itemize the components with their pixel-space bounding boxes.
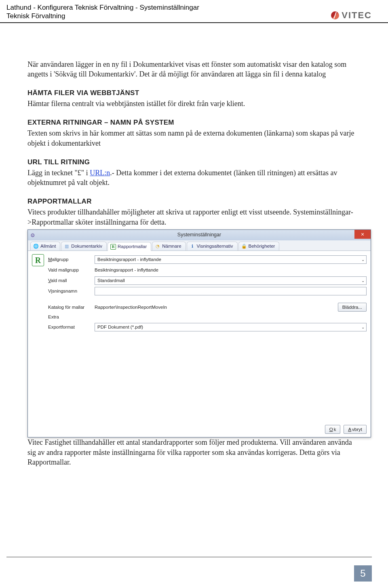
document-body: När användaren lägger in en ny fil i Dok…: [0, 23, 388, 467]
tab-label: Behörigheter: [249, 243, 275, 250]
browse-button-label: Bläddra...: [342, 304, 362, 311]
tab-dokumentarkiv[interactable]: ▥ Dokumentarkiv: [61, 242, 107, 251]
label-extra: Extra: [48, 312, 367, 322]
chevron-down-icon: ⌄: [361, 325, 365, 330]
label-katalog: Katalog för mallar: [48, 304, 95, 311]
tab-label: Visningsalternativ: [197, 243, 233, 250]
vald-mall-value: Standardmall: [97, 278, 125, 284]
browse-button[interactable]: Bläddra...: [338, 303, 367, 312]
window-body: R Mallgrupp Besiktningsrapport - inflytt…: [28, 251, 371, 437]
heading-rapportmallar: RAPPORTMALLAR: [27, 197, 361, 206]
report-R-icon-large: R: [32, 254, 44, 266]
brand-logo: VITEC: [331, 10, 372, 21]
intro-paragraph: När användaren lägger in en ny fil i Dok…: [27, 59, 361, 79]
tab-label: Allmänt: [40, 243, 56, 250]
label-vald-mall: Vald mall: [48, 278, 95, 284]
report-R-icon: R: [110, 244, 116, 250]
page-header: Lathund - Konfigurera Teknisk Förvaltnin…: [0, 0, 388, 23]
heading-url-till-ritning: URL TILL RITNING: [27, 158, 361, 167]
window-tabs: 🌐 Allmänt ▥ Dokumentarkiv R Rapportmalla…: [28, 240, 371, 251]
window-close-button[interactable]: ×: [354, 230, 371, 239]
label-mallgrupp: Mallgrupp: [48, 257, 95, 263]
paragraph-externa-ritningar: Texten som skrivs in här kommer att sätt…: [27, 128, 361, 148]
paragraph-hamta-filer: Hämtar filerna centralt via webbtjänsten…: [27, 99, 361, 108]
lock-icon: 🔒: [241, 244, 247, 249]
tab-allmant[interactable]: 🌐 Allmänt: [30, 242, 60, 251]
doc-header-line1: Lathund - Konfigurera Teknisk Förvaltnin…: [6, 3, 199, 12]
paragraph-rapportmallar: Vitecs produkter tillhandahåller möjligh…: [27, 207, 361, 227]
mallgrupp-dropdown[interactable]: Besiktningsrapport - inflyttande ⌄: [95, 255, 367, 264]
exportformat-dropdown[interactable]: PDF Dokument (*.pdf) ⌄: [95, 323, 367, 331]
gear-icon: ⚙: [30, 232, 35, 239]
cancel-button[interactable]: Avbryt: [344, 425, 367, 434]
katalog-value: Rapporter\InspectionReportMoveIn: [95, 304, 216, 311]
vitec-logo-icon: [331, 11, 339, 19]
window-title: Systeminställningar: [177, 231, 221, 238]
label-exportformat: Exportformat: [48, 324, 95, 331]
tab-behorigheter[interactable]: 🔒 Behörigheter: [238, 242, 280, 251]
tab-rapportmallar[interactable]: R Rapportmallar: [108, 242, 151, 251]
footer-rule: [6, 557, 372, 557]
ok-button[interactable]: Ok: [325, 425, 341, 434]
system-settings-window: ⚙ Systeminställningar × 🌐 Allmänt ▥ Doku…: [27, 229, 371, 438]
denominator-icon: ◔: [155, 244, 160, 249]
window-titlebar[interactable]: ⚙ Systeminställningar ×: [28, 230, 371, 240]
close-icon: ×: [361, 231, 364, 237]
url-text-pre: Lägg in tecknet "£" i: [27, 169, 90, 177]
chevron-down-icon: ⌄: [361, 257, 365, 263]
page-number: 5: [354, 565, 372, 582]
heading-hamta-filer: HÄMTA FILER VIA WEBBTJÄNST: [27, 89, 361, 98]
paragraph-url-till-ritning: Lägg in tecknet "£" i URL:n.- Detta komm…: [27, 168, 361, 188]
mallgrupp-value: Besiktningsrapport - inflyttande: [97, 257, 161, 263]
tab-label: Rapportmallar: [118, 244, 147, 250]
visningsnamn-input[interactable]: [95, 287, 367, 295]
outro-paragraph: Vitec Fastighet tillhandahåller ett anta…: [27, 437, 361, 467]
vald-mallgrupp-value: Besiktningsrapport - inflyttande: [95, 267, 367, 274]
vald-mall-dropdown[interactable]: Standardmall ⌄: [95, 276, 367, 285]
doc-header-line2: Teknisk Förvaltning: [6, 12, 199, 20]
tab-label: Dokumentarkiv: [71, 243, 102, 250]
url-link[interactable]: URL:n: [90, 169, 110, 177]
label-visningsnamn: Visningsnamn: [48, 288, 95, 295]
chevron-down-icon: ⌄: [361, 278, 365, 284]
globe-icon: 🌐: [33, 244, 39, 249]
folder-icon: ▥: [64, 244, 70, 249]
tab-label: Nämnare: [162, 243, 181, 250]
tab-visningsalternativ[interactable]: ℹ Visningsalternativ: [187, 242, 238, 251]
eye-icon: ℹ: [190, 244, 195, 249]
tab-namnare[interactable]: ◔ Nämnare: [152, 242, 186, 251]
label-vald-mallgrupp: Vald mallgrupp: [48, 267, 95, 274]
heading-externa-ritningar: EXTERNA RITNINGAR – NAMN PÅ SYSTEM: [27, 118, 361, 127]
exportformat-value: PDF Dokument (*.pdf): [97, 324, 143, 331]
brand-text: VITEC: [342, 10, 372, 21]
